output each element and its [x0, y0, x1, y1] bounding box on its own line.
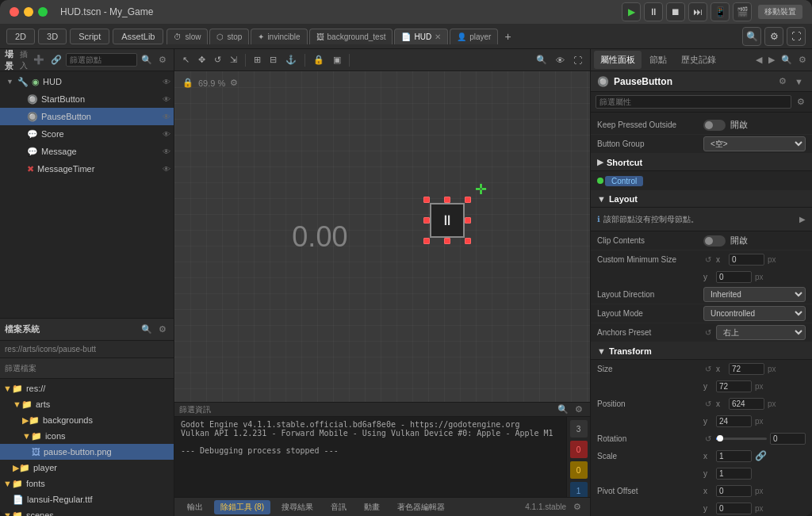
bottom-settings-button[interactable]: ⚙ — [571, 500, 584, 514]
scene-filter-button[interactable]: ⚙ — [156, 53, 169, 67]
props-filter-button[interactable]: ⚙ — [795, 95, 807, 109]
scale-x-input[interactable] — [716, 450, 752, 462]
tab-node[interactable]: 節點 — [643, 51, 673, 69]
handle-bottom-mid[interactable] — [444, 238, 450, 244]
layout-direction-select[interactable]: Inherited — [703, 287, 806, 302]
handle-bottom-left[interactable] — [423, 238, 430, 244]
props-search-input[interactable] — [596, 95, 791, 109]
tab-background-test[interactable]: 🖼 background_test — [309, 29, 393, 44]
visibility-message-icon[interactable]: 👁 — [163, 147, 170, 156]
minimize-button[interactable] — [24, 7, 33, 17]
canvas-area[interactable]: 🔒 69.9 % ⚙ 0.00 ✛ — [174, 71, 590, 402]
rotation-reset[interactable]: ↺ — [703, 434, 713, 443]
node-options-button[interactable]: ▼ — [792, 75, 806, 88]
tree-item-message[interactable]: 💬 Message 👁 — [0, 143, 174, 160]
scene-search-input[interactable] — [66, 53, 137, 67]
fs-item-scenes[interactable]: ▼📁 scenes — [0, 507, 174, 516]
fs-item-backgrounds[interactable]: ▶📁 backgrounds — [0, 412, 174, 428]
lock-tool[interactable]: 🔒 — [310, 53, 327, 67]
fs-item-lansui[interactable]: 📄 lansui-Regular.ttf — [0, 491, 174, 507]
info-expand-icon[interactable]: ▶ — [799, 215, 806, 224]
tree-item-messagetimer[interactable]: ✖ MessageTimer 👁 — [0, 160, 174, 178]
bottom-tab-animation[interactable]: 動畫 — [358, 500, 386, 514]
pause-button-titlebar[interactable]: ⏸ — [644, 2, 663, 21]
position-reset[interactable]: ↺ — [703, 399, 713, 408]
clip-contents-toggle-track[interactable] — [703, 235, 726, 247]
scale-y-input[interactable] — [716, 468, 752, 480]
tree-item-startbutton[interactable]: 🔘 StartButton 👁 — [0, 90, 174, 108]
handle-top-left[interactable] — [423, 197, 430, 203]
mode-2d-button[interactable]: 2D — [6, 29, 35, 44]
custom-min-size-reset[interactable]: ↺ — [703, 255, 713, 264]
movie-mode-button[interactable]: 🎬 — [733, 2, 752, 21]
custom-min-y-input[interactable] — [716, 271, 752, 283]
size-reset[interactable]: ↺ — [703, 365, 713, 373]
props-search-toggle[interactable]: 🔍 — [779, 53, 795, 67]
layout-mode-select[interactable]: Uncontrolled — [703, 306, 806, 321]
filesystem-options-button[interactable]: ⚙ — [156, 323, 169, 336]
pivot-x-input[interactable] — [716, 485, 752, 497]
add-node-button[interactable]: ➕ — [31, 53, 47, 67]
mode-3d-button[interactable]: 3D — [38, 29, 67, 44]
close-button[interactable] — [10, 7, 19, 17]
filesystem-search-button[interactable]: 🔍 — [139, 323, 155, 336]
tab-properties[interactable]: 屬性面板 — [594, 51, 642, 69]
fs-item-fonts[interactable]: ▼📁 fonts — [0, 476, 174, 491]
select-tool[interactable]: ↖ — [179, 53, 193, 67]
maximize-button[interactable] — [38, 7, 48, 17]
tree-item-score[interactable]: 💬 Score 👁 — [0, 125, 174, 143]
expand-button-top[interactable]: ⛶ — [787, 27, 806, 46]
console-settings-button[interactable]: ⚙ — [573, 403, 585, 416]
fs-item-arts[interactable]: ▼📁 arts — [0, 396, 174, 412]
rotation-slider-track[interactable] — [716, 438, 767, 440]
size-x-input[interactable] — [729, 363, 764, 375]
inspect-button[interactable]: 🔍 — [533, 53, 550, 67]
keep-pressed-toggle-track[interactable] — [703, 120, 726, 131]
handle-left-mid[interactable] — [423, 217, 430, 224]
move-device-button[interactable]: 移動裝置 — [758, 5, 802, 19]
visibility-pausebutton-icon[interactable]: 👁 — [163, 113, 170, 121]
bottom-tab-search[interactable]: 搜尋結果 — [275, 500, 320, 514]
pivot-y-input[interactable] — [716, 503, 752, 514]
position-y-input[interactable] — [716, 415, 752, 427]
tab-player[interactable]: 👤 player — [450, 29, 498, 44]
fs-item-player[interactable]: ▶📁 player — [0, 460, 174, 476]
group-tool[interactable]: ▣ — [330, 53, 344, 67]
props-options[interactable]: ⚙ — [796, 53, 809, 67]
anchors-preset-select[interactable]: 右上 — [716, 325, 806, 340]
bottom-tab-audio[interactable]: 音訊 — [324, 500, 353, 514]
rotate-tool[interactable]: ↺ — [211, 53, 224, 67]
anchor-tool[interactable]: ⚓ — [282, 53, 300, 67]
scale-link-button[interactable]: 🔗 — [755, 450, 767, 461]
prop-keep-pressed-toggle[interactable]: 開啟 — [703, 119, 748, 131]
visibility-score-icon[interactable]: 👁 — [163, 130, 170, 139]
visibility-hud-icon[interactable]: 👁 — [163, 78, 170, 86]
scene-search-button[interactable]: 🔍 — [139, 53, 155, 67]
props-nav-forward[interactable]: ▶ — [766, 53, 777, 67]
mode-script-button[interactable]: Script — [70, 29, 109, 44]
visibility-messagetimer-icon[interactable]: 👁 — [163, 165, 170, 174]
expand-view-button[interactable]: ⛶ — [570, 54, 585, 67]
console-normal-btn[interactable]: 3 — [570, 420, 588, 438]
handle-top-mid[interactable] — [444, 197, 450, 203]
grid-tool[interactable]: ⊟ — [266, 53, 280, 67]
scale-tool[interactable]: ⇲ — [227, 53, 240, 67]
add-scene-tab-button[interactable]: + — [500, 29, 515, 44]
debug-button[interactable]: ⏭ — [688, 2, 707, 21]
tab-invincible[interactable]: ✦ invincible — [251, 29, 307, 44]
fs-item-pause-button-png[interactable]: 🖼 pause-button.png — [0, 444, 174, 460]
size-y-input[interactable] — [716, 380, 752, 392]
tree-item-pausebutton[interactable]: 🔘 PauseButton 👁 — [0, 108, 174, 125]
props-nav-back[interactable]: ◀ — [753, 53, 764, 67]
tab-slow[interactable]: ⏱ slow — [167, 29, 208, 44]
position-x-input[interactable] — [729, 398, 764, 410]
bottom-tab-shader[interactable]: 著色器編輯器 — [391, 500, 451, 514]
stop-button[interactable]: ⏹ — [666, 2, 685, 21]
anchors-preset-reset[interactable]: ↺ — [703, 328, 713, 337]
layout-section-header[interactable]: ▼ Layout — [591, 190, 812, 208]
node-filter-button[interactable]: ⚙ — [776, 75, 789, 88]
fs-item-res[interactable]: ▼📁 res:// — [0, 380, 174, 396]
tab-history[interactable]: 歷史記錄 — [675, 51, 722, 69]
console-error-btn[interactable]: 0 — [570, 441, 588, 458]
rotation-input[interactable] — [770, 433, 806, 445]
